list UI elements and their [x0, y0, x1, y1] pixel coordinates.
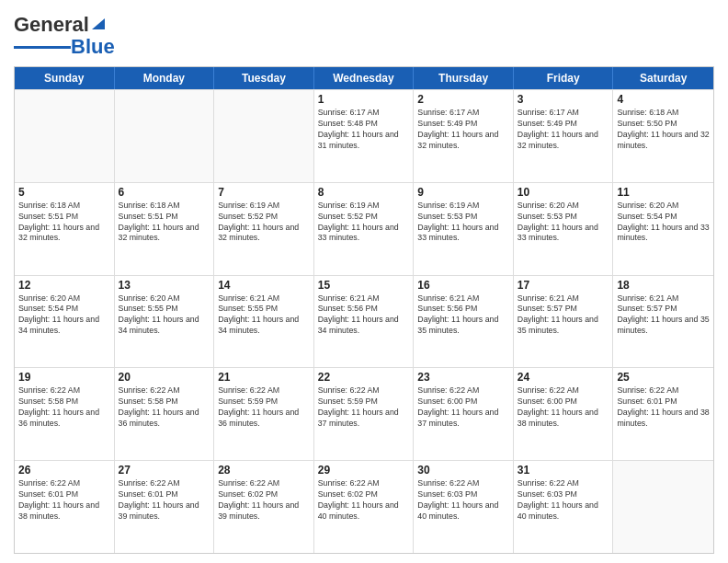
calendar-cell: 30Sunrise: 6:22 AM Sunset: 6:03 PM Dayli… — [414, 461, 514, 553]
day-number: 29 — [318, 464, 410, 477]
day-info: Sunrise: 6:22 AM Sunset: 5:59 PM Dayligh… — [318, 385, 410, 430]
day-info: Sunrise: 6:22 AM Sunset: 5:59 PM Dayligh… — [218, 385, 310, 430]
day-number: 5 — [18, 186, 110, 199]
day-info: Sunrise: 6:20 AM Sunset: 5:53 PM Dayligh… — [518, 201, 609, 245]
svg-marker-0 — [92, 18, 105, 29]
header: General Blue — [14, 9, 714, 59]
day-number: 16 — [417, 279, 509, 292]
calendar-cell: 1Sunrise: 6:17 AM Sunset: 5:48 PM Daylig… — [314, 90, 415, 182]
calendar: SundayMondayTuesdayWednesdayThursdayFrid… — [14, 66, 714, 554]
day-number: 25 — [617, 371, 710, 384]
day-info: Sunrise: 6:22 AM Sunset: 6:03 PM Dayligh… — [417, 478, 509, 523]
calendar-cell — [613, 461, 713, 553]
calendar-cell: 24Sunrise: 6:22 AM Sunset: 6:00 PM Dayli… — [514, 368, 614, 460]
day-number: 13 — [119, 279, 210, 292]
calendar-cell: 21Sunrise: 6:22 AM Sunset: 5:59 PM Dayli… — [214, 368, 314, 460]
calendar-cell: 19Sunrise: 6:22 AM Sunset: 5:58 PM Dayli… — [15, 368, 115, 460]
calendar-cell: 22Sunrise: 6:22 AM Sunset: 5:59 PM Dayli… — [314, 368, 415, 460]
day-number: 10 — [518, 186, 609, 199]
day-info: Sunrise: 6:22 AM Sunset: 6:00 PM Dayligh… — [417, 385, 509, 430]
day-info: Sunrise: 6:22 AM Sunset: 5:58 PM Dayligh… — [119, 385, 210, 430]
day-info: Sunrise: 6:18 AM Sunset: 5:50 PM Dayligh… — [617, 108, 710, 152]
calendar-cell: 29Sunrise: 6:22 AM Sunset: 6:02 PM Dayli… — [314, 461, 415, 553]
calendar-cell: 8Sunrise: 6:19 AM Sunset: 5:52 PM Daylig… — [314, 183, 415, 275]
day-number: 4 — [617, 93, 710, 106]
day-info: Sunrise: 6:22 AM Sunset: 6:00 PM Dayligh… — [518, 385, 609, 430]
day-info: Sunrise: 6:17 AM Sunset: 5:49 PM Dayligh… — [417, 108, 509, 152]
day-info: Sunrise: 6:21 AM Sunset: 5:56 PM Dayligh… — [417, 293, 509, 338]
day-number: 22 — [318, 371, 410, 384]
day-info: Sunrise: 6:22 AM Sunset: 6:01 PM Dayligh… — [18, 478, 110, 523]
calendar-cell: 7Sunrise: 6:19 AM Sunset: 5:52 PM Daylig… — [214, 183, 314, 275]
day-info: Sunrise: 6:22 AM Sunset: 6:02 PM Dayligh… — [218, 478, 310, 523]
calendar-body: 1Sunrise: 6:17 AM Sunset: 5:48 PM Daylig… — [15, 89, 713, 553]
calendar-cell: 18Sunrise: 6:21 AM Sunset: 5:57 PM Dayli… — [613, 276, 713, 368]
calendar-cell — [214, 90, 314, 182]
day-info: Sunrise: 6:22 AM Sunset: 6:01 PM Dayligh… — [119, 478, 210, 523]
day-number: 6 — [119, 186, 210, 199]
calendar-cell: 31Sunrise: 6:22 AM Sunset: 6:03 PM Dayli… — [514, 461, 614, 553]
day-info: Sunrise: 6:20 AM Sunset: 5:54 PM Dayligh… — [617, 201, 710, 245]
calendar-cell: 3Sunrise: 6:17 AM Sunset: 5:49 PM Daylig… — [514, 90, 614, 182]
day-info: Sunrise: 6:17 AM Sunset: 5:48 PM Dayligh… — [318, 108, 410, 152]
day-number: 3 — [518, 93, 609, 106]
day-number: 28 — [218, 464, 310, 477]
day-info: Sunrise: 6:21 AM Sunset: 5:57 PM Dayligh… — [617, 293, 710, 338]
calendar-cell: 28Sunrise: 6:22 AM Sunset: 6:02 PM Dayli… — [214, 461, 314, 553]
logo-blue: Blue — [71, 35, 115, 59]
day-number: 9 — [417, 186, 509, 199]
calendar-week-row: 5Sunrise: 6:18 AM Sunset: 5:51 PM Daylig… — [15, 182, 713, 275]
day-number: 2 — [417, 93, 509, 106]
calendar-cell: 9Sunrise: 6:19 AM Sunset: 5:53 PM Daylig… — [414, 183, 514, 275]
day-info: Sunrise: 6:21 AM Sunset: 5:57 PM Dayligh… — [518, 293, 609, 338]
calendar-cell: 23Sunrise: 6:22 AM Sunset: 6:00 PM Dayli… — [414, 368, 514, 460]
calendar-cell: 25Sunrise: 6:22 AM Sunset: 6:01 PM Dayli… — [613, 368, 713, 460]
calendar-cell: 27Sunrise: 6:22 AM Sunset: 6:01 PM Dayli… — [115, 461, 215, 553]
day-number: 11 — [617, 186, 710, 199]
weekday-header: Friday — [514, 67, 614, 89]
day-number: 1 — [318, 93, 410, 106]
calendar-cell: 4Sunrise: 6:18 AM Sunset: 5:50 PM Daylig… — [613, 90, 713, 182]
day-info: Sunrise: 6:19 AM Sunset: 5:52 PM Dayligh… — [318, 201, 410, 245]
calendar-cell: 10Sunrise: 6:20 AM Sunset: 5:53 PM Dayli… — [514, 183, 614, 275]
day-number: 26 — [18, 464, 110, 477]
logo-underline — [14, 46, 71, 49]
day-info: Sunrise: 6:17 AM Sunset: 5:49 PM Dayligh… — [518, 108, 609, 152]
logo: General Blue — [14, 13, 115, 59]
calendar-cell: 20Sunrise: 6:22 AM Sunset: 5:58 PM Dayli… — [115, 368, 215, 460]
calendar-week-row: 1Sunrise: 6:17 AM Sunset: 5:48 PM Daylig… — [15, 89, 713, 182]
logo-general: General — [14, 13, 89, 37]
day-number: 24 — [518, 371, 609, 384]
calendar-cell: 17Sunrise: 6:21 AM Sunset: 5:57 PM Dayli… — [514, 276, 614, 368]
page: General Blue SundayMondayTuesdayWednesda… — [0, 0, 728, 563]
day-number: 14 — [218, 279, 310, 292]
day-number: 7 — [218, 186, 310, 199]
calendar-cell: 13Sunrise: 6:20 AM Sunset: 5:55 PM Dayli… — [115, 276, 215, 368]
calendar-cell — [115, 90, 215, 182]
calendar-cell: 16Sunrise: 6:21 AM Sunset: 5:56 PM Dayli… — [414, 276, 514, 368]
weekday-header: Sunday — [15, 67, 115, 89]
day-number: 20 — [119, 371, 210, 384]
calendar-header: SundayMondayTuesdayWednesdayThursdayFrid… — [15, 67, 713, 89]
day-info: Sunrise: 6:19 AM Sunset: 5:52 PM Dayligh… — [218, 201, 310, 245]
calendar-cell: 11Sunrise: 6:20 AM Sunset: 5:54 PM Dayli… — [613, 183, 713, 275]
calendar-cell — [15, 90, 115, 182]
day-info: Sunrise: 6:21 AM Sunset: 5:56 PM Dayligh… — [318, 293, 410, 338]
calendar-week-row: 19Sunrise: 6:22 AM Sunset: 5:58 PM Dayli… — [15, 367, 713, 460]
day-number: 19 — [18, 371, 110, 384]
weekday-header: Saturday — [613, 67, 713, 89]
day-number: 31 — [518, 464, 609, 477]
day-info: Sunrise: 6:21 AM Sunset: 5:55 PM Dayligh… — [218, 293, 310, 338]
weekday-header: Wednesday — [314, 67, 415, 89]
day-info: Sunrise: 6:22 AM Sunset: 6:02 PM Dayligh… — [318, 478, 410, 523]
calendar-week-row: 26Sunrise: 6:22 AM Sunset: 6:01 PM Dayli… — [15, 460, 713, 553]
day-number: 18 — [617, 279, 710, 292]
day-info: Sunrise: 6:22 AM Sunset: 5:58 PM Dayligh… — [18, 385, 110, 430]
day-number: 27 — [119, 464, 210, 477]
calendar-cell: 5Sunrise: 6:18 AM Sunset: 5:51 PM Daylig… — [15, 183, 115, 275]
calendar-cell: 6Sunrise: 6:18 AM Sunset: 5:51 PM Daylig… — [115, 183, 215, 275]
day-info: Sunrise: 6:20 AM Sunset: 5:55 PM Dayligh… — [119, 293, 210, 338]
day-info: Sunrise: 6:22 AM Sunset: 6:01 PM Dayligh… — [617, 385, 710, 430]
weekday-header: Tuesday — [214, 67, 314, 89]
calendar-cell: 15Sunrise: 6:21 AM Sunset: 5:56 PM Dayli… — [314, 276, 415, 368]
